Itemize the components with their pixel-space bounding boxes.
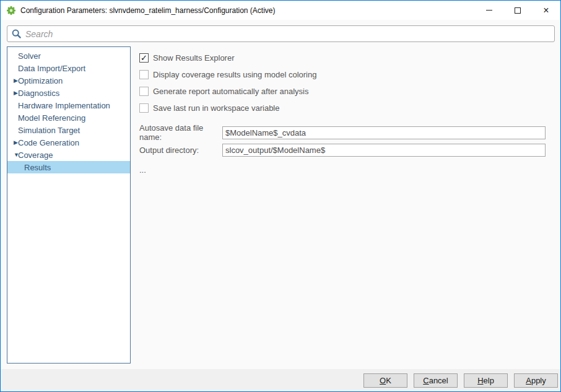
title-bar: Configuration Parameters: slvnvdemo_rate… [1, 1, 560, 20]
checkbox-row: Save last run in workspace variable [139, 103, 546, 113]
checkbox-row: Generate report automatically after anal… [139, 86, 546, 96]
search-icon [11, 28, 22, 39]
more-indicator: ... [139, 165, 546, 175]
sidebar-item-code-generation[interactable]: ▶ Code Generation [7, 136, 130, 149]
generate-report-checkbox[interactable] [139, 87, 149, 96]
field-row: Autosave data file name: [139, 126, 546, 139]
checkbox-row: ✓ Show Results Explorer [139, 53, 546, 63]
sidebar-item-results[interactable]: Results [7, 161, 130, 173]
close-button[interactable]: × [532, 1, 560, 20]
autosave-data-file-name-label: Autosave data file name: [139, 123, 222, 142]
checkbox-row: Display coverage results using model col… [139, 69, 546, 79]
show-results-explorer-checkbox[interactable]: ✓ [139, 53, 149, 63]
cancel-button[interactable]: Cancel [414, 373, 458, 388]
window-title: Configuration Parameters: slvnvdemo_rate… [20, 6, 276, 15]
expanded-arrow-icon[interactable]: ▼ [7, 152, 18, 158]
sidebar-item-model-referencing[interactable]: Model Referencing [7, 111, 130, 124]
sidebar-item-diagnostics[interactable]: ▶ Diagnostics [7, 87, 130, 99]
sidebar-item-solver[interactable]: Solver [7, 50, 130, 62]
category-tree: Solver Data Import/Export ▶ Optimization… [7, 46, 131, 364]
apply-button[interactable]: Apply [514, 373, 558, 388]
collapsed-arrow-icon[interactable]: ▶ [7, 77, 18, 84]
ok-button[interactable]: OK [363, 373, 407, 388]
simulink-gear-icon [6, 6, 16, 15]
sidebar-item-simulation-target[interactable]: Simulation Target [7, 124, 130, 136]
minimize-button[interactable] [475, 1, 503, 20]
maximize-button[interactable] [503, 1, 532, 20]
window-controls: × [475, 1, 560, 20]
dialog-footer: OK Cancel Help Apply [1, 369, 560, 391]
save-last-run-checkbox[interactable] [139, 103, 149, 113]
output-directory-input[interactable] [222, 144, 546, 157]
sidebar-item-coverage[interactable]: ▼ Coverage [7, 149, 130, 161]
help-button[interactable]: Help [464, 373, 508, 388]
sidebar-item-data-import-export[interactable]: Data Import/Export [7, 62, 130, 74]
field-row: Output directory: [139, 143, 546, 157]
configuration-parameters-dialog: Configuration Parameters: slvnvdemo_rate… [0, 0, 561, 392]
display-coverage-results-checkbox[interactable] [139, 70, 149, 79]
collapsed-arrow-icon[interactable]: ▶ [7, 139, 18, 146]
results-settings-panel: ✓ Show Results Explorer Display coverage… [139, 46, 546, 367]
search-input[interactable] [25, 29, 550, 39]
collapsed-arrow-icon[interactable]: ▶ [7, 90, 18, 96]
sidebar-item-optimization[interactable]: ▶ Optimization [7, 74, 130, 87]
autosave-data-file-name-input[interactable] [222, 126, 546, 139]
search-box[interactable] [7, 25, 555, 42]
output-directory-label: Output directory: [139, 146, 222, 155]
sidebar-item-hardware-implementation[interactable]: Hardware Implementation [7, 99, 130, 111]
